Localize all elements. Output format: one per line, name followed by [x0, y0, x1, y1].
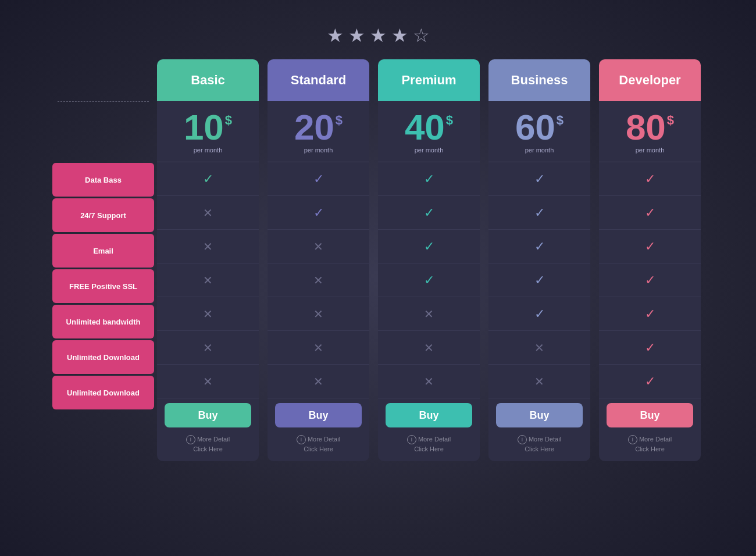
check-icon: ✓	[203, 172, 213, 187]
feature-cell-developer-0: ✓	[599, 162, 701, 196]
plan-header-standard: Standard	[268, 59, 369, 101]
price-period-business: per month	[525, 147, 554, 154]
star-rating: ★★★★☆	[327, 24, 430, 47]
check-icon: ✓	[534, 172, 545, 187]
info-icon: i	[628, 435, 637, 444]
star-5: ☆	[413, 24, 430, 47]
feature-label-3: FREE Positive SSL	[52, 269, 154, 303]
buy-button-developer[interactable]: Buy	[607, 403, 693, 427]
feature-cell-premium-6: ✕	[378, 365, 480, 398]
price-number-business: 60	[515, 109, 555, 145]
check-icon: ✓	[424, 172, 434, 187]
plan-col-basic: Basic10$per month✓✕✕✕✕✕✕BuyiMore DetailC…	[157, 59, 259, 461]
check-icon: ✓	[645, 172, 655, 187]
features-column: Data Bass24/7 SupportEmailFREE Positive …	[52, 59, 154, 461]
check-icon: ✓	[534, 306, 545, 322]
check-icon: ✓	[534, 205, 545, 220]
feature-cell-standard-2: ✕	[268, 230, 369, 263]
cross-icon: ✕	[313, 307, 323, 321]
plan-col-premium: Premium40$per month✓✓✓✓✕✕✕BuyiMore Detai…	[378, 59, 480, 461]
check-icon: ✓	[424, 205, 434, 220]
cross-icon: ✕	[313, 375, 323, 389]
feature-cell-premium-5: ✕	[378, 331, 480, 365]
feature-cell-basic-3: ✕	[157, 263, 259, 297]
cross-icon: ✕	[534, 341, 544, 355]
buy-button-premium[interactable]: Buy	[386, 403, 472, 427]
feature-cell-developer-5: ✓	[599, 331, 701, 365]
info-icon: i	[297, 435, 306, 444]
packages-header	[52, 59, 154, 101]
price-number-standard: 20	[294, 109, 334, 145]
feature-cell-standard-5: ✕	[268, 331, 369, 365]
star-1: ★	[327, 24, 344, 47]
feature-cell-developer-6: ✓	[599, 365, 701, 398]
price-currency-premium: $	[446, 114, 453, 127]
price-number-developer: 80	[626, 109, 666, 145]
price-period-standard: per month	[304, 147, 333, 154]
feature-cell-premium-4: ✕	[378, 297, 480, 331]
feature-label-1: 24/7 Support	[52, 198, 154, 232]
more-detail-premium[interactable]: iMore DetailClick Here	[407, 431, 451, 461]
check-icon: ✓	[424, 239, 434, 254]
feature-cell-business-4: ✓	[488, 297, 590, 331]
feature-cell-premium-0: ✓	[378, 162, 480, 196]
pricing-table: Data Bass24/7 SupportEmailFREE Positive …	[52, 59, 704, 461]
price-currency-standard: $	[336, 114, 343, 127]
price-box-basic: 10$per month	[157, 101, 259, 162]
price-box-standard: 20$per month	[268, 101, 369, 162]
price-currency-developer: $	[667, 114, 674, 127]
cross-icon: ✕	[203, 273, 213, 287]
feature-cell-premium-2: ✓	[378, 230, 480, 263]
feature-cell-business-1: ✓	[488, 196, 590, 230]
buy-button-standard[interactable]: Buy	[275, 403, 362, 427]
feature-cell-standard-4: ✕	[268, 297, 369, 331]
cross-icon: ✕	[424, 375, 434, 389]
feature-cell-developer-3: ✓	[599, 263, 701, 297]
cross-icon: ✕	[203, 240, 213, 254]
cross-icon: ✕	[424, 341, 434, 355]
feature-cell-business-2: ✓	[488, 230, 590, 263]
feature-cell-basic-0: ✓	[157, 162, 259, 196]
info-icon: i	[407, 435, 416, 444]
plan-col-standard: Standard20$per month✓✓✕✕✕✕✕BuyiMore Deta…	[268, 59, 369, 461]
star-2: ★	[348, 24, 365, 47]
plan-body-premium: 40$per month✓✓✓✓✕✕✕BuyiMore DetailClick …	[378, 101, 480, 461]
feature-label-2: Email	[52, 234, 154, 268]
plan-header-premium: Premium	[378, 59, 480, 101]
cross-icon: ✕	[534, 375, 544, 389]
check-icon: ✓	[645, 273, 655, 288]
more-detail-developer[interactable]: iMore DetailClick Here	[628, 431, 672, 461]
cross-icon: ✕	[313, 273, 323, 287]
price-amount-business: 60$	[515, 109, 564, 145]
price-box-developer: 80$per month	[599, 101, 701, 162]
buy-button-business[interactable]: Buy	[496, 403, 583, 427]
more-detail-standard[interactable]: iMore DetailClick Here	[297, 431, 340, 461]
feature-cell-business-0: ✓	[488, 162, 590, 196]
price-period-developer: per month	[636, 147, 665, 154]
cross-icon: ✕	[313, 341, 323, 355]
check-icon: ✓	[313, 172, 324, 187]
more-detail-business[interactable]: iMore DetailClick Here	[518, 431, 561, 461]
price-currency-business: $	[557, 114, 564, 127]
feature-cell-basic-4: ✕	[157, 297, 259, 331]
feature-cell-basic-2: ✕	[157, 230, 259, 263]
plan-header-business: Business	[488, 59, 590, 101]
info-icon: i	[186, 435, 195, 444]
price-number-basic: 10	[184, 109, 224, 145]
plan-body-standard: 20$per month✓✓✕✕✕✕✕BuyiMore DetailClick …	[268, 101, 369, 461]
feature-cell-business-3: ✓	[488, 263, 590, 297]
cross-icon: ✕	[203, 341, 213, 355]
feature-cell-premium-3: ✓	[378, 263, 480, 297]
plan-header-developer: Developer	[599, 59, 701, 101]
cross-icon: ✕	[424, 307, 434, 321]
feature-label-6: Unlimited Download	[52, 376, 154, 409]
feature-cell-premium-1: ✓	[378, 196, 480, 230]
price-box-business: 60$per month	[488, 101, 590, 162]
buy-button-basic[interactable]: Buy	[165, 403, 251, 427]
plan-body-business: 60$per month✓✓✓✓✓✕✕BuyiMore DetailClick …	[488, 101, 590, 461]
cross-icon: ✕	[203, 206, 213, 220]
feature-cell-business-5: ✕	[488, 331, 590, 365]
feature-label-4: Unlimited bandwidth	[52, 305, 154, 338]
price-box-premium: 40$per month	[378, 101, 480, 162]
more-detail-basic[interactable]: iMore DetailClick Here	[186, 431, 230, 461]
